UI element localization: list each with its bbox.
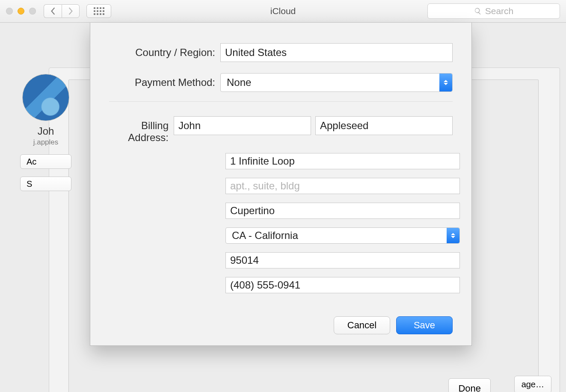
state-select[interactable]: CA - California <box>225 227 460 244</box>
close-window-icon[interactable] <box>6 8 13 15</box>
zip-field[interactable] <box>225 252 460 268</box>
apt-field[interactable] <box>225 178 460 194</box>
payment-method-select[interactable]: None <box>220 73 453 92</box>
profile-name: Joh <box>14 125 78 137</box>
cancel-button[interactable]: Cancel <box>334 316 390 334</box>
profile-email: j.apples <box>14 138 78 147</box>
show-all-button[interactable] <box>86 4 111 18</box>
payment-method-value: None <box>227 77 251 88</box>
chevron-updown-icon <box>439 74 452 91</box>
manage-button[interactable]: age… <box>514 376 551 392</box>
payment-method-label: Payment Method: <box>109 77 220 88</box>
nav-buttons <box>44 4 80 18</box>
first-name-field[interactable] <box>174 116 311 135</box>
city-field[interactable] <box>225 203 460 219</box>
country-region-label: Country / Region: <box>109 47 220 59</box>
account-details-button[interactable]: Ac <box>20 154 71 169</box>
window-toolbar: iCloud Search <box>0 0 566 23</box>
profile-sidebar: Joh j.apples Ac S <box>14 74 78 191</box>
search-icon <box>474 7 482 15</box>
sign-out-button[interactable]: S <box>20 177 71 191</box>
forward-button[interactable] <box>62 4 80 18</box>
payment-sheet: Country / Region: Payment Method: None B… <box>90 23 472 346</box>
window-title: iCloud <box>270 6 296 16</box>
state-value: CA - California <box>232 230 298 242</box>
divider <box>109 101 453 102</box>
traffic-lights <box>6 8 36 15</box>
country-region-field[interactable] <box>220 43 453 62</box>
street-field[interactable] <box>225 153 460 169</box>
chevron-updown-icon <box>447 228 459 243</box>
grid-icon <box>94 7 104 15</box>
avatar <box>22 74 69 121</box>
done-button[interactable]: Done <box>448 378 491 392</box>
last-name-field[interactable] <box>315 116 453 135</box>
billing-address-label: Billing Address: <box>109 116 174 144</box>
fullscreen-window-icon[interactable] <box>29 8 36 15</box>
minimize-window-icon[interactable] <box>18 8 24 15</box>
search-input[interactable]: Search <box>427 3 560 19</box>
search-placeholder: Search <box>485 6 514 16</box>
phone-field[interactable] <box>225 277 460 293</box>
back-button[interactable] <box>44 4 62 18</box>
save-button[interactable]: Save <box>396 316 453 334</box>
